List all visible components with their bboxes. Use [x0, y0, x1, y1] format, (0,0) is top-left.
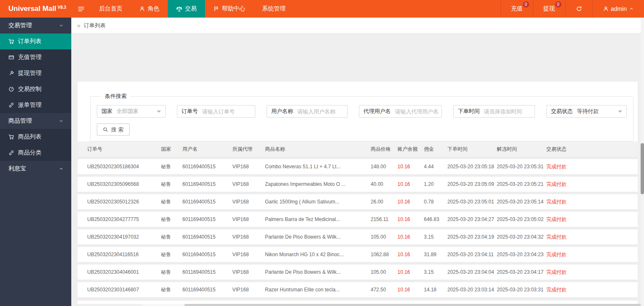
column-header: 所属代理 [232, 141, 265, 157]
sidebar-item-trade-control[interactable]: 交易控制 [0, 81, 71, 97]
sidebar-section-trade-management[interactable]: 交易管理 [0, 18, 71, 33]
order-row: UB2503202303146807秘鲁601169400515VIP168Ra… [78, 282, 638, 297]
order-cell: 601169400515 [182, 247, 232, 262]
order-cell: 秘鲁 [161, 282, 182, 297]
filter-order-time: 下单时间 [453, 105, 535, 118]
order-cell: 148.00 [371, 159, 397, 174]
order-row: UB2503202305012326秘鲁601169400515VIP168Ga… [78, 194, 638, 209]
order-cell: 10.16 [397, 265, 424, 280]
sidebar-item-product-category[interactable]: 商品分类 [0, 145, 71, 161]
filter-label-order-time: 下单时间 [454, 108, 484, 115]
top-nav-system[interactable]: 系统管理 [254, 0, 294, 18]
order-cell: Palmers Barra de Tez Medicinal... [265, 212, 371, 227]
filter-label-country: 国家 [97, 108, 117, 115]
sidebar-section-interest-treasure[interactable]: 利息宝 [0, 161, 71, 177]
card-icon [8, 54, 14, 60]
top-nav-roles[interactable]: 角色 [131, 0, 168, 18]
filter-input-order-no[interactable] [202, 108, 255, 115]
top-nav: 后台首页角色交易帮助中心系统管理 [91, 0, 294, 18]
filter-label-agent-name: 代理用户名 [359, 108, 395, 115]
filter-trade-status: 交易状态等待付款 [546, 105, 627, 118]
order-cell: 2025-03-20 23:05:02 [497, 212, 546, 227]
order-row: UB2503202304046001秘鲁601169400515VIP168Pa… [78, 265, 638, 280]
filter-order-no: 订单号 [177, 105, 255, 118]
order-cell: 10.16 [397, 229, 424, 244]
filter-select-trade-status[interactable]: 等待付款 [577, 108, 618, 115]
filter-select-country[interactable]: 全部国家 [117, 108, 157, 115]
order-cell: UB2503202304197032 [78, 229, 161, 244]
top-nav-trade[interactable]: 交易 [168, 0, 205, 18]
order-cell: 601169400515 [182, 265, 232, 280]
order-cell: 完成付款 [546, 177, 638, 192]
filter-label-user-name: 用户名称 [267, 108, 297, 115]
top-nav-help-center[interactable]: 帮助中心 [205, 0, 254, 18]
order-cell: UB2503202303146807 [78, 282, 161, 297]
column-header: 账户余额 [397, 141, 424, 157]
search-panel: 条件搜索 国家全部国家订单号用户名称代理用户名下单时间交易状态等待付款 搜 索 [90, 93, 634, 141]
brand-logo: Universal Mall V8.3 [0, 0, 71, 18]
user-menu[interactable]: admin [592, 0, 644, 18]
filter-user-name: 用户名称 [267, 105, 348, 118]
filter-label-trade-status: 交易状态 [547, 108, 577, 115]
search-button[interactable]: 搜 索 [97, 123, 130, 136]
order-cell: UB2503202305186304 [78, 159, 161, 174]
breadcrumb-chevrons-icon: » [77, 22, 80, 29]
sidebar-group-product-management: 商品列表商品分类 [0, 129, 71, 161]
order-cell: 2025-03-20 23:04:23 [497, 247, 546, 262]
page-title: 订单列表 [84, 22, 106, 29]
filter-input-agent-name[interactable] [395, 108, 441, 115]
order-cell: 10.16 [397, 194, 424, 209]
order-cell: 10.16 [397, 282, 424, 297]
horizontal-scrollbar-thumb[interactable] [184, 304, 644, 306]
horizontal-scrollbar[interactable] [143, 304, 641, 306]
filter-input-order-time[interactable] [484, 108, 535, 115]
recharge-button[interactable]: 充值 0 [501, 0, 533, 18]
sidebar-item-order-list[interactable]: 订单列表 [0, 33, 71, 49]
chevron-down-icon [59, 23, 64, 28]
sidebar-section-product-management[interactable]: 商品管理 [0, 113, 71, 129]
order-cell: 601169400515 [182, 212, 232, 227]
order-cell: 646.83 [424, 212, 447, 227]
order-cell: 2025-03-20 23:05:14 [497, 194, 546, 209]
order-cell: 3.15 [424, 229, 447, 244]
chevron-up-icon [59, 166, 64, 171]
withdraw-button[interactable]: 提现 0 [533, 0, 565, 18]
recharge-badge: 0 [523, 1, 529, 8]
vertical-scrollbar-thumb[interactable] [641, 143, 644, 194]
content-card: 条件搜索 国家全部国家订单号用户名称代理用户名下单时间交易状态等待付款 搜 索 … [78, 82, 638, 304]
column-header: 国家 [161, 141, 182, 157]
sidebar-item-recharge-management[interactable]: 充值管理 [0, 49, 71, 65]
order-row: UB2503202304197032秘鲁601169400515VIP168Pa… [78, 229, 638, 244]
sidebar-toggle-button[interactable] [71, 0, 91, 18]
order-cell: VIP168 [232, 265, 265, 280]
order-cell: VIP168 [232, 194, 265, 209]
sidebar-item-product-list[interactable]: 商品列表 [0, 129, 71, 145]
top-nav-home[interactable]: 后台首页 [91, 0, 131, 18]
vertical-scrollbar[interactable] [641, 18, 644, 306]
filter-label-order-no: 订单号 [177, 108, 202, 115]
order-cell: 完成付款 [546, 282, 638, 297]
order-cell: 105.00 [371, 229, 397, 244]
sidebar-item-dispatch-management[interactable]: 派单管理 [0, 97, 71, 113]
order-cell: 2025-03-20 23:04:11 [447, 247, 497, 262]
order-cell: UB2503202304046001 [78, 265, 161, 280]
order-cell: 秘鲁 [161, 194, 182, 209]
withdraw-badge: 0 [555, 1, 561, 8]
refresh-icon [576, 5, 582, 12]
top-bar: Universal Mall V8.3 后台首页角色交易帮助中心系统管理 充值 … [0, 0, 644, 18]
sidebar-item-withdraw-management[interactable]: 提现管理 [0, 65, 71, 81]
order-cell: UB2503202305096568 [78, 177, 161, 192]
hamburger-icon [78, 5, 85, 13]
filter-input-user-name[interactable] [297, 108, 347, 115]
order-cell: 秘鲁 [161, 247, 182, 262]
order-cell: 2025-03-20 23:05:21 [497, 177, 546, 192]
search-panel-legend: 条件搜索 [101, 93, 130, 100]
link-icon [8, 150, 14, 156]
order-cell: 秘鲁 [161, 265, 182, 280]
dropdown-arrow-icon [618, 111, 622, 115]
refresh-button[interactable] [565, 0, 592, 18]
order-cell: 4.44 [424, 159, 447, 174]
order-cell: 1.20 [424, 177, 447, 192]
order-cell: 2025-03-20 23:04:17 [497, 265, 546, 280]
main-area: » 订单列表 条件搜索 国家全部国家订单号用户名称代理用户名下单时间交易状态等待… [71, 18, 644, 306]
